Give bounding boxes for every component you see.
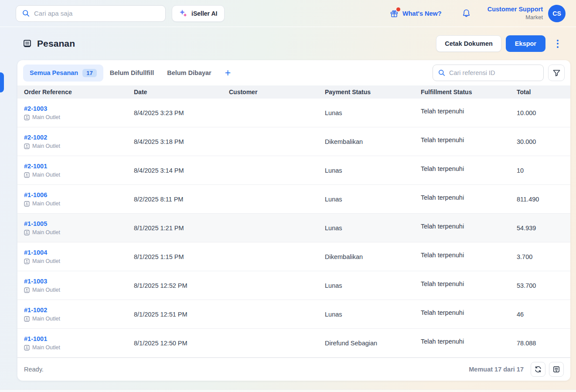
iseller-ai-label: iSeller AI [191, 10, 217, 17]
order-total: 54.939 [517, 225, 564, 232]
search-icon [22, 10, 30, 17]
table-row[interactable]: #1-1003 Main Outlet 8/1/2025 12:52 PM Lu… [17, 271, 570, 300]
search-icon [438, 69, 445, 76]
order-reference-link[interactable]: #1-1005 [24, 220, 47, 227]
table-row[interactable]: #2-1001 Main Outlet 8/4/2025 3:14 PM Lun… [17, 156, 570, 185]
order-date: 8/4/2025 3:14 PM [134, 167, 229, 174]
order-date: 8/1/2025 12:52 PM [134, 282, 229, 289]
order-date: 8/4/2025 3:18 PM [134, 138, 229, 145]
table-row[interactable]: #1-1006 Main Outlet 8/2/2025 8:11 PM Lun… [17, 185, 570, 214]
outlet-icon [24, 259, 30, 264]
fulfillment-status: Telah terpenuhi [421, 280, 517, 287]
reference-search-input[interactable] [449, 69, 538, 76]
order-date: 8/1/2025 1:15 PM [134, 253, 229, 260]
order-date: 8/2/2025 8:11 PM [134, 196, 229, 203]
order-total: 46 [517, 311, 564, 318]
outlet-icon [24, 143, 30, 149]
column-header[interactable]: Total [517, 89, 564, 95]
page-header: Pesanan Cetak Dokumen Ekspor [0, 27, 576, 60]
table-header-row: Order Reference Date Customer Payment St… [17, 85, 570, 99]
print-documents-button[interactable]: Cetak Dokumen [436, 35, 501, 52]
order-reference-link[interactable]: #1-1002 [24, 307, 47, 314]
column-header[interactable]: Date [134, 89, 229, 95]
column-header[interactable]: Payment Status [325, 89, 421, 95]
order-date: 8/1/2025 1:21 PM [134, 225, 229, 232]
fulfillment-status: Telah terpenuhi [421, 309, 517, 316]
account-name: Customer Support [487, 5, 543, 14]
topbar: iSeller AI What's New? Customer Support … [0, 0, 576, 27]
fulfillment-status: Telah terpenuhi [421, 194, 517, 201]
column-header[interactable]: Fulfillment Status [421, 89, 517, 95]
order-reference-link[interactable]: #1-1001 [24, 335, 47, 342]
global-search-input[interactable] [34, 10, 159, 17]
kebab-menu-icon[interactable] [552, 35, 564, 52]
order-reference-link[interactable]: #2-1002 [24, 134, 47, 141]
order-total: 3.700 [517, 253, 564, 260]
whats-new-label: What's New? [402, 10, 442, 17]
outlet-label: Main Outlet [32, 172, 60, 178]
order-reference-link[interactable]: #1-1003 [24, 278, 47, 285]
account-menu[interactable]: Customer Support Market CS [487, 5, 566, 22]
order-total: 10 [517, 167, 564, 174]
table-row[interactable]: #2-1002 Main Outlet 8/4/2025 3:18 PM Dik… [17, 127, 570, 156]
outlet-icon [24, 201, 30, 207]
outlet-label: Main Outlet [32, 344, 60, 351]
payment-status: Lunas [325, 311, 421, 318]
outlet-icon [24, 316, 30, 322]
column-header[interactable]: Customer [229, 89, 325, 95]
fulfillment-status: Telah terpenuhi [421, 252, 517, 259]
outlet-icon [24, 230, 30, 235]
reference-search[interactable] [433, 65, 544, 81]
column-header[interactable]: Order Reference [24, 89, 134, 95]
log-icon[interactable] [549, 362, 564, 377]
whats-new-link[interactable]: What's New? [390, 9, 442, 18]
payment-status: Lunas [325, 282, 421, 289]
order-total: 30.000 [517, 138, 564, 145]
fulfillment-status: Telah terpenuhi [421, 136, 517, 143]
tabs-row: Semua Pesanan 17 Belum Difullfill Belum … [17, 60, 570, 85]
order-total: 10.000 [517, 109, 564, 116]
outlet-icon [24, 115, 30, 120]
order-table-body: #2-1003 Main Outlet 8/4/2025 3:23 PM Lun… [17, 99, 570, 358]
global-search[interactable] [16, 5, 166, 22]
avatar[interactable]: CS [548, 5, 566, 22]
bell-icon[interactable] [462, 9, 471, 18]
payment-status: Lunas [325, 225, 421, 232]
tab-belum-difullfill[interactable]: Belum Difullfill [103, 65, 161, 81]
order-reference-link[interactable]: #1-1004 [24, 249, 47, 256]
refresh-icon[interactable] [531, 362, 545, 377]
window-bottom-strip [0, 389, 576, 392]
sidebar-drawer-handle[interactable] [0, 72, 4, 92]
add-tab-plus-icon[interactable]: + [225, 68, 231, 78]
tab-count-badge: 17 [82, 69, 96, 77]
outlet-label: Main Outlet [32, 229, 60, 235]
order-date: 8/1/2025 12:50 PM [134, 340, 229, 347]
fulfillment-status: Telah terpenuhi [421, 108, 517, 115]
table-row[interactable]: #1-1005 Main Outlet 8/1/2025 1:21 PM Lun… [17, 214, 570, 242]
payment-status: Lunas [325, 196, 421, 203]
notification-dot [396, 7, 400, 11]
payment-status: Direfund Sebagian [325, 340, 421, 347]
filter-icon[interactable] [548, 65, 565, 81]
outlet-icon [24, 345, 30, 351]
gift-icon [390, 9, 399, 18]
table-row[interactable]: #2-1003 Main Outlet 8/4/2025 3:23 PM Lun… [17, 99, 570, 127]
order-total: 53.700 [517, 282, 564, 289]
order-reference-link[interactable]: #1-1006 [24, 191, 47, 198]
payment-status: Lunas [325, 109, 421, 116]
order-date: 8/1/2025 12:51 PM [134, 311, 229, 318]
table-row[interactable]: #1-1004 Main Outlet 8/1/2025 1:15 PM Dik… [17, 242, 570, 271]
outlet-label: Main Outlet [32, 287, 60, 293]
table-row[interactable]: #1-1002 Main Outlet 8/1/2025 12:51 PM Lu… [17, 300, 570, 329]
payment-status: Dikembalikan [325, 253, 421, 260]
order-reference-link[interactable]: #2-1003 [24, 105, 47, 112]
tab-semua-pesanan[interactable]: Semua Pesanan 17 [23, 65, 103, 82]
order-reference-link[interactable]: #2-1001 [24, 163, 47, 170]
export-button[interactable]: Ekspor [506, 35, 545, 52]
table-row[interactable]: #1-1001 Main Outlet 8/1/2025 12:50 PM Di… [17, 329, 570, 358]
sparkle-icon [179, 9, 187, 17]
outlet-label: Main Outlet [32, 114, 60, 120]
card-footer: Ready. Memuat 17 dari 17 [17, 358, 570, 381]
tab-belum-dibayar[interactable]: Belum Dibayar [160, 65, 218, 81]
iseller-ai-button[interactable]: iSeller AI [172, 5, 225, 22]
